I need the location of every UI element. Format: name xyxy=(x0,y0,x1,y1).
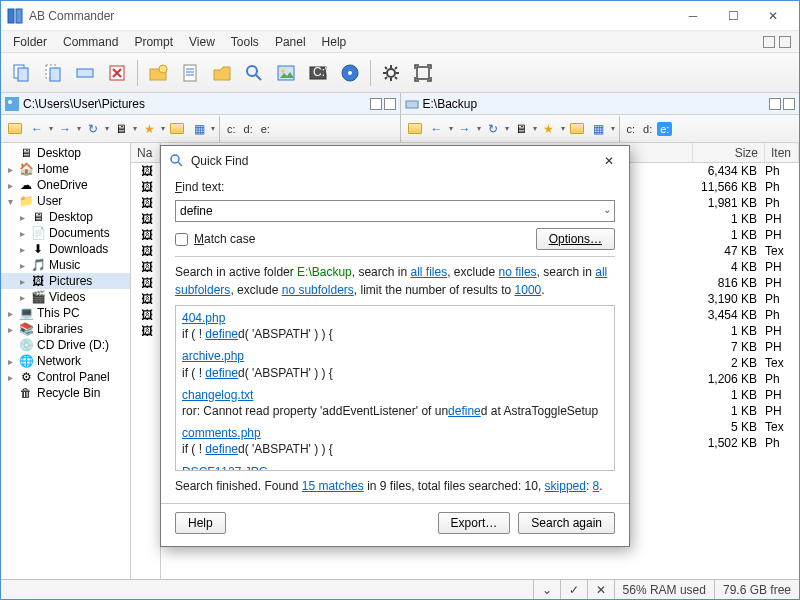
settings-icon[interactable] xyxy=(377,59,405,87)
tree-item[interactable]: 🗑Recycle Bin xyxy=(1,385,130,401)
open-folder-icon[interactable] xyxy=(208,59,236,87)
new-folder-icon[interactable] xyxy=(144,59,172,87)
limit-link[interactable]: 1000 xyxy=(515,283,542,297)
menu-panel[interactable]: Panel xyxy=(267,32,314,52)
menu-prompt[interactable]: Prompt xyxy=(126,32,181,52)
right-path-input[interactable] xyxy=(423,97,766,111)
monitor-icon[interactable]: 🖥 xyxy=(511,119,531,139)
layout-icon-2[interactable] xyxy=(779,36,791,48)
status-close[interactable]: ✕ xyxy=(587,580,614,599)
search-icon[interactable] xyxy=(240,59,268,87)
fullscreen-icon[interactable] xyxy=(409,59,437,87)
tree-item[interactable]: ▸☁OneDrive xyxy=(1,177,130,193)
col-name[interactable]: Na xyxy=(131,143,160,162)
status-check[interactable]: ✓ xyxy=(560,580,587,599)
nav-row: ←▾ →▾ ↻▾ 🖥▾ ★▾ ▦▾ c: d: e: ←▾ →▾ ↻▾ 🖥▾ ★… xyxy=(1,115,799,143)
skipped-link[interactable]: skipped xyxy=(545,479,586,493)
back-icon[interactable]: ← xyxy=(27,119,47,139)
tree-item[interactable]: ▸⬇Downloads xyxy=(1,241,130,257)
result-file-link[interactable]: DSCF1127.JPG xyxy=(182,464,608,472)
image-icon[interactable] xyxy=(272,59,300,87)
view-icon[interactable]: ▦ xyxy=(189,119,209,139)
match-case-checkbox[interactable] xyxy=(175,233,188,246)
layout-icon-1[interactable] xyxy=(763,36,775,48)
menu-command[interactable]: Command xyxy=(55,32,126,52)
drive-c[interactable]: c: xyxy=(624,122,639,136)
disk-icon[interactable] xyxy=(336,59,364,87)
forward-icon[interactable]: → xyxy=(55,119,75,139)
move-icon[interactable] xyxy=(39,59,67,87)
new-file-icon[interactable] xyxy=(176,59,204,87)
help-button[interactable]: Help xyxy=(175,512,226,534)
refresh-icon[interactable]: ↻ xyxy=(483,119,503,139)
folder-tree[interactable]: 🖥Desktop▸🏠Home▸☁OneDrive▾📁User▸🖥Desktop▸… xyxy=(1,143,131,579)
result-file-link[interactable]: 404.php xyxy=(182,310,608,326)
menu-view[interactable]: View xyxy=(181,32,223,52)
tree-item[interactable]: ▸🎬Videos xyxy=(1,289,130,305)
drive-d[interactable]: d: xyxy=(241,122,256,136)
folder-up-icon[interactable] xyxy=(5,119,25,139)
tree-item[interactable]: ▸🏠Home xyxy=(1,161,130,177)
left-path-input[interactable] xyxy=(23,97,366,111)
path-icon[interactable] xyxy=(769,98,781,110)
no-files-link[interactable]: no files xyxy=(499,265,537,279)
view-icon[interactable]: ▦ xyxy=(589,119,609,139)
tree-item[interactable]: 💿CD Drive (D:) xyxy=(1,337,130,353)
all-files-link[interactable]: all files xyxy=(410,265,447,279)
folder-up-icon[interactable] xyxy=(405,119,425,139)
matches-link[interactable]: 15 matches xyxy=(302,479,364,493)
drive-c[interactable]: c: xyxy=(224,122,239,136)
tree-item[interactable]: ▸🖼Pictures xyxy=(1,273,130,289)
minimize-button[interactable]: ─ xyxy=(673,2,713,30)
drive-d[interactable]: d: xyxy=(640,122,655,136)
delete-icon[interactable] xyxy=(103,59,131,87)
tree-item[interactable]: ▸🌐Network xyxy=(1,353,130,369)
terminal-icon[interactable]: C:\ xyxy=(304,59,332,87)
menu-folder[interactable]: Folder xyxy=(5,32,55,52)
tree-item[interactable]: ▸📄Documents xyxy=(1,225,130,241)
path-icon[interactable] xyxy=(384,98,396,110)
search-again-button[interactable]: Search again xyxy=(518,512,615,534)
favorite-icon[interactable]: ★ xyxy=(139,119,159,139)
folder-icon[interactable] xyxy=(567,119,587,139)
refresh-icon[interactable]: ↻ xyxy=(83,119,103,139)
menubar-right xyxy=(763,36,795,48)
tree-item[interactable]: ▾📁User xyxy=(1,193,130,209)
export-button[interactable]: Export… xyxy=(438,512,511,534)
back-icon[interactable]: ← xyxy=(427,119,447,139)
close-button[interactable]: ✕ xyxy=(753,2,793,30)
rename-icon[interactable] xyxy=(71,59,99,87)
menu-tools[interactable]: Tools xyxy=(223,32,267,52)
result-file-link[interactable]: archive.php xyxy=(182,348,608,364)
left-pane[interactable]: Na 🖼🖼🖼🖼🖼🖼🖼🖼🖼🖼🖼 xyxy=(131,143,161,579)
menu-help[interactable]: Help xyxy=(314,32,355,52)
find-text-input[interactable] xyxy=(175,200,615,222)
find-text-label: Find text: xyxy=(175,180,615,194)
drive-e[interactable]: e: xyxy=(258,122,273,136)
maximize-button[interactable]: ☐ xyxy=(713,2,753,30)
tree-item[interactable]: ▸🖥Desktop xyxy=(1,209,130,225)
tree-item[interactable]: ▸⚙Control Panel xyxy=(1,369,130,385)
options-button[interactable]: Options… xyxy=(536,228,615,250)
path-icon[interactable] xyxy=(783,98,795,110)
copy-icon[interactable] xyxy=(7,59,35,87)
results-list[interactable]: 404.phpif ( ! defined( 'ABSPATH' ) ) {ar… xyxy=(175,305,615,471)
drive-e[interactable]: e: xyxy=(657,122,672,136)
tree-item[interactable]: ▸💻This PC xyxy=(1,305,130,321)
col-size[interactable]: Size xyxy=(693,143,765,162)
tree-item[interactable]: ▸🎵Music xyxy=(1,257,130,273)
no-subfolders-link[interactable]: no subfolders xyxy=(282,283,354,297)
dropdown-icon[interactable]: ⌄ xyxy=(603,204,611,215)
status-dropdown[interactable]: ⌄ xyxy=(533,580,560,599)
col-item[interactable]: Iten xyxy=(765,143,799,162)
tree-item[interactable]: 🖥Desktop xyxy=(1,145,130,161)
folder-icon[interactable] xyxy=(167,119,187,139)
favorite-icon[interactable]: ★ xyxy=(539,119,559,139)
forward-icon[interactable]: → xyxy=(455,119,475,139)
path-icon[interactable] xyxy=(370,98,382,110)
monitor-icon[interactable]: 🖥 xyxy=(111,119,131,139)
result-file-link[interactable]: comments.php xyxy=(182,425,608,441)
result-file-link[interactable]: changelog.txt xyxy=(182,387,608,403)
tree-item[interactable]: ▸📚Libraries xyxy=(1,321,130,337)
dialog-close-button[interactable]: ✕ xyxy=(597,149,621,173)
